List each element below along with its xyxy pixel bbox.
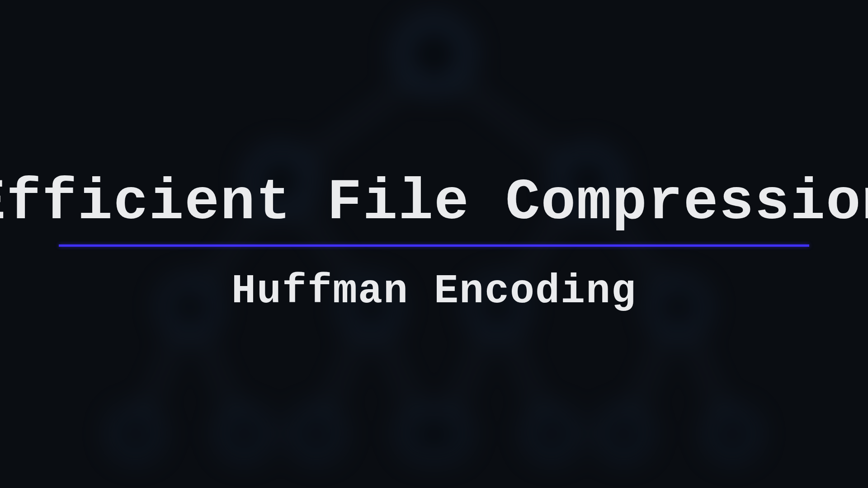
svg-point-29	[409, 29, 459, 79]
slide-title: Efficient File Compression	[0, 174, 868, 232]
slide-content: Efficient File Compression Huffman Encod…	[0, 174, 868, 314]
svg-point-42	[607, 417, 641, 451]
svg-point-36	[118, 417, 153, 451]
svg-point-40	[426, 417, 460, 451]
title-underline	[59, 244, 809, 247]
svg-point-43	[715, 417, 750, 451]
slide-subtitle: Huffman Encoding	[231, 268, 637, 314]
svg-point-37	[227, 417, 261, 451]
svg-point-38	[299, 417, 334, 451]
svg-point-41	[534, 417, 569, 451]
